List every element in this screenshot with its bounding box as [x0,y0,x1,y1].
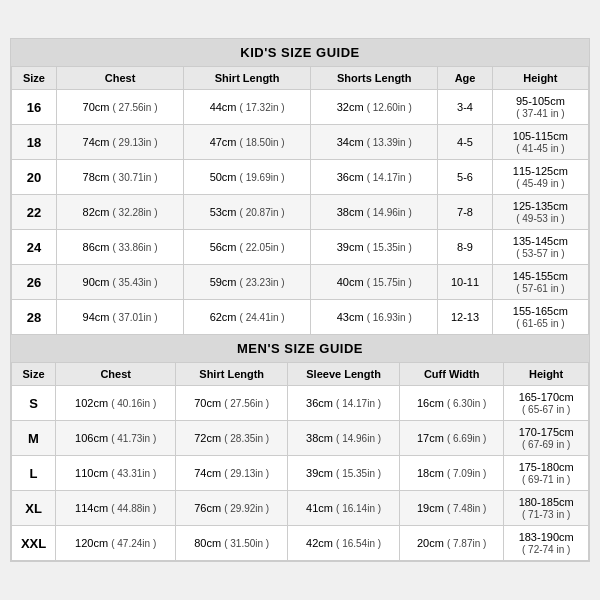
mens-chest-cell: 110cm ( 43.31in ) [56,456,176,491]
kids-shorts-cell: 34cm ( 13.39in ) [311,125,438,160]
kids-height-cell: 155-165cm( 61-65 in ) [492,300,588,335]
mens-sleeve-cell: 39cm ( 15.35in ) [288,456,400,491]
mens-shirt-cell: 70cm ( 27.56in ) [176,386,288,421]
kids-age-cell: 7-8 [438,195,492,230]
mens-cuff-cell: 19cm ( 7.48in ) [400,491,504,526]
kids-size-cell: 26 [12,265,57,300]
kids-size-cell: 22 [12,195,57,230]
mens-sleeve-cell: 42cm ( 16.54in ) [288,526,400,561]
size-guide-container: KID'S SIZE GUIDE Size Chest Shirt Length… [10,38,590,562]
mens-chest-cell: 106cm ( 41.73in ) [56,421,176,456]
kids-shorts-cell: 39cm ( 15.35in ) [311,230,438,265]
mens-col-chest: Chest [56,363,176,386]
kids-shirt-cell: 44cm ( 17.32in ) [184,90,311,125]
kids-table: Size Chest Shirt Length Shorts Length Ag… [11,66,589,335]
kids-shirt-cell: 62cm ( 24.41in ) [184,300,311,335]
mens-chest-cell: 114cm ( 44.88in ) [56,491,176,526]
mens-col-cuff: Cuff Width [400,363,504,386]
mens-size-cell: M [12,421,56,456]
kids-section-header: KID'S SIZE GUIDE [11,39,589,66]
kids-shirt-cell: 56cm ( 22.05in ) [184,230,311,265]
mens-cuff-cell: 20cm ( 7.87in ) [400,526,504,561]
kids-col-age: Age [438,67,492,90]
kids-age-cell: 5-6 [438,160,492,195]
mens-sleeve-cell: 41cm ( 16.14in ) [288,491,400,526]
mens-table-row: M 106cm ( 41.73in ) 72cm ( 28.35in ) 38c… [12,421,589,456]
kids-chest-cell: 94cm ( 37.01in ) [56,300,183,335]
mens-col-sleeve: Sleeve Length [288,363,400,386]
kids-chest-cell: 90cm ( 35.43in ) [56,265,183,300]
kids-table-row: 20 78cm ( 30.71in ) 50cm ( 19.69in ) 36c… [12,160,589,195]
mens-col-size: Size [12,363,56,386]
kids-height-cell: 125-135cm( 49-53 in ) [492,195,588,230]
kids-height-cell: 135-145cm( 53-57 in ) [492,230,588,265]
kids-shorts-cell: 43cm ( 16.93in ) [311,300,438,335]
kids-shorts-cell: 32cm ( 12.60in ) [311,90,438,125]
kids-table-row: 22 82cm ( 32.28in ) 53cm ( 20.87in ) 38c… [12,195,589,230]
kids-table-row: 18 74cm ( 29.13in ) 47cm ( 18.50in ) 34c… [12,125,589,160]
mens-size-cell: XXL [12,526,56,561]
mens-section-header: MEN'S SIZE GUIDE [11,335,589,362]
mens-chest-cell: 120cm ( 47.24in ) [56,526,176,561]
kids-age-cell: 12-13 [438,300,492,335]
kids-shirt-cell: 47cm ( 18.50in ) [184,125,311,160]
kids-size-cell: 28 [12,300,57,335]
mens-height-cell: 183-190cm( 72-74 in ) [504,526,589,561]
mens-table-row: XXL 120cm ( 47.24in ) 80cm ( 31.50in ) 4… [12,526,589,561]
kids-size-cell: 24 [12,230,57,265]
kids-height-cell: 145-155cm( 57-61 in ) [492,265,588,300]
kids-height-cell: 105-115cm( 41-45 in ) [492,125,588,160]
mens-height-cell: 170-175cm( 67-69 in ) [504,421,589,456]
mens-size-cell: L [12,456,56,491]
mens-height-cell: 165-170cm( 65-67 in ) [504,386,589,421]
kids-shorts-cell: 40cm ( 15.75in ) [311,265,438,300]
kids-col-chest: Chest [56,67,183,90]
kids-chest-cell: 86cm ( 33.86in ) [56,230,183,265]
kids-chest-cell: 74cm ( 29.13in ) [56,125,183,160]
mens-table-row: L 110cm ( 43.31in ) 74cm ( 29.13in ) 39c… [12,456,589,491]
kids-shirt-cell: 59cm ( 23.23in ) [184,265,311,300]
mens-cuff-cell: 18cm ( 7.09in ) [400,456,504,491]
kids-table-row: 26 90cm ( 35.43in ) 59cm ( 23.23in ) 40c… [12,265,589,300]
mens-cuff-cell: 17cm ( 6.69in ) [400,421,504,456]
mens-height-cell: 175-180cm( 69-71 in ) [504,456,589,491]
mens-chest-cell: 102cm ( 40.16in ) [56,386,176,421]
kids-height-cell: 115-125cm( 45-49 in ) [492,160,588,195]
mens-height-cell: 180-185cm( 71-73 in ) [504,491,589,526]
kids-age-cell: 10-11 [438,265,492,300]
mens-table: Size Chest Shirt Length Sleeve Length Cu… [11,362,589,561]
kids-shirt-cell: 50cm ( 19.69in ) [184,160,311,195]
kids-chest-cell: 70cm ( 27.56in ) [56,90,183,125]
kids-chest-cell: 82cm ( 32.28in ) [56,195,183,230]
mens-shirt-cell: 80cm ( 31.50in ) [176,526,288,561]
kids-table-row: 24 86cm ( 33.86in ) 56cm ( 22.05in ) 39c… [12,230,589,265]
mens-col-shirt: Shirt Length [176,363,288,386]
mens-size-cell: XL [12,491,56,526]
mens-table-row: XL 114cm ( 44.88in ) 76cm ( 29.92in ) 41… [12,491,589,526]
kids-size-cell: 18 [12,125,57,160]
kids-size-cell: 16 [12,90,57,125]
kids-height-cell: 95-105cm( 37-41 in ) [492,90,588,125]
kids-col-shorts: Shorts Length [311,67,438,90]
kids-age-cell: 4-5 [438,125,492,160]
kids-table-row: 28 94cm ( 37.01in ) 62cm ( 24.41in ) 43c… [12,300,589,335]
mens-shirt-cell: 72cm ( 28.35in ) [176,421,288,456]
kids-table-row: 16 70cm ( 27.56in ) 44cm ( 17.32in ) 32c… [12,90,589,125]
mens-sleeve-cell: 36cm ( 14.17in ) [288,386,400,421]
kids-col-shirt: Shirt Length [184,67,311,90]
kids-col-height: Height [492,67,588,90]
mens-cuff-cell: 16cm ( 6.30in ) [400,386,504,421]
mens-shirt-cell: 74cm ( 29.13in ) [176,456,288,491]
kids-shirt-cell: 53cm ( 20.87in ) [184,195,311,230]
mens-col-height: Height [504,363,589,386]
kids-shorts-cell: 36cm ( 14.17in ) [311,160,438,195]
kids-size-cell: 20 [12,160,57,195]
kids-shorts-cell: 38cm ( 14.96in ) [311,195,438,230]
kids-age-cell: 3-4 [438,90,492,125]
kids-chest-cell: 78cm ( 30.71in ) [56,160,183,195]
mens-size-cell: S [12,386,56,421]
mens-table-row: S 102cm ( 40.16in ) 70cm ( 27.56in ) 36c… [12,386,589,421]
mens-shirt-cell: 76cm ( 29.92in ) [176,491,288,526]
mens-sleeve-cell: 38cm ( 14.96in ) [288,421,400,456]
kids-age-cell: 8-9 [438,230,492,265]
